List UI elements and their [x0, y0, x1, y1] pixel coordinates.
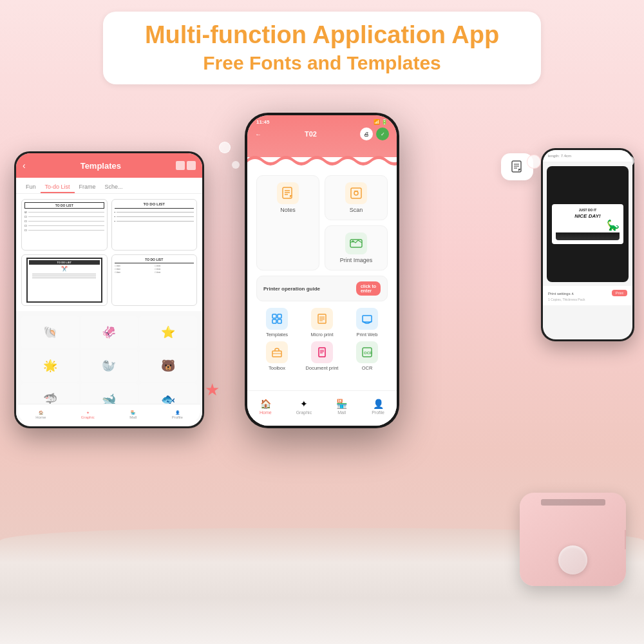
- print-preview-card: JUST DO IT NICE DAY! 🦕: [552, 204, 623, 244]
- sea-item-squid[interactable]: 🦑: [80, 316, 138, 348]
- tab-frame[interactable]: Frame: [75, 182, 100, 193]
- tab-fun[interactable]: Fun: [21, 182, 41, 193]
- tablet-title: Templates: [30, 161, 172, 171]
- check-icon-btn[interactable]: ✓: [376, 128, 389, 140]
- phone-header-row: ← T02 🖨 ✓: [247, 125, 397, 143]
- status-time: 11:45: [256, 119, 269, 125]
- guide-text: Printer operation guide: [263, 286, 320, 292]
- template-item-2[interactable]: TO DO LIST • • •: [111, 199, 198, 251]
- notes-badge-icon: [510, 160, 524, 174]
- svg-rect-6: [354, 191, 358, 191]
- print-dino-icon: 🦕: [556, 219, 620, 231]
- docprint-label: Document print: [306, 365, 339, 371]
- phone-profile-label: Profile: [372, 410, 384, 415]
- ocr-app[interactable]: OCR OCR: [346, 341, 388, 371]
- notes-app-item[interactable]: Notes: [256, 175, 319, 270]
- tab-todo[interactable]: To-do List: [41, 182, 75, 193]
- svg-rect-10: [278, 314, 281, 318]
- print-images-icon: [345, 232, 367, 254]
- deco-bubble-1: [219, 142, 231, 153]
- template-item-4[interactable]: TO DO LIST ☐ item ☐ item ☐ item ☐ item ☐…: [111, 254, 198, 306]
- phone-nav-home[interactable]: 🏠 Home: [260, 399, 272, 415]
- right-phone: length: 7.4cm JUST DO IT NICE DAY! 🦕 Pri…: [541, 148, 634, 341]
- microprint-icon: [311, 308, 333, 330]
- phone-nav-mall[interactable]: 🏪 Mall: [336, 399, 347, 415]
- paper-slot: [541, 499, 605, 506]
- deco-bubble-3: [527, 155, 541, 169]
- printer-main-button[interactable]: [558, 545, 587, 574]
- phone-mall-icon: 🏪: [336, 399, 347, 409]
- tablet-profile-label: Profile: [172, 415, 183, 419]
- svg-point-5: [354, 191, 358, 195]
- svg-rect-9: [272, 314, 276, 318]
- main-title: Multi-function Application App: [122, 21, 522, 50]
- phone-topbar: 11:45 📶 🔋 ← T02 🖨 ✓: [247, 115, 397, 157]
- scan-label: Scan: [350, 207, 363, 213]
- print-button[interactable]: Print: [612, 290, 627, 296]
- notes-svg: [281, 186, 295, 200]
- print-text-2: NICE DAY!: [556, 213, 620, 219]
- tablet-home-label: Home: [35, 415, 46, 419]
- phone-status-bar: 11:45 📶 🔋: [247, 115, 397, 125]
- device-back-icon[interactable]: ←: [255, 131, 261, 138]
- tab-schedule[interactable]: Sche...: [100, 182, 128, 193]
- phone-nav-profile[interactable]: 👤 Profile: [372, 399, 384, 415]
- cloud-decoration: [247, 149, 397, 169]
- template-item-3[interactable]: TO DO LIST ✂️: [21, 254, 108, 306]
- templates-svg: [271, 313, 283, 325]
- svg-rect-11: [272, 319, 276, 323]
- tablet-back-icon[interactable]: ‹: [23, 160, 26, 171]
- svg-text:OCR: OCR: [364, 351, 373, 355]
- tablet-nav-mall[interactable]: 🏪 Mall: [129, 410, 137, 419]
- sea-item-walrus[interactable]: 🦭: [80, 350, 138, 382]
- tablet-grid-buttons: [176, 161, 196, 170]
- scan-app-item[interactable]: Scan: [325, 175, 388, 220]
- right-phone-length: length: 7.4cm: [548, 154, 571, 158]
- tablet-frame: ‹ Templates Fun To-do List Frame Sche...: [14, 151, 204, 428]
- guide-button[interactable]: click toenter: [356, 281, 381, 296]
- sea-item-shell[interactable]: 🐚: [21, 316, 79, 348]
- tablet-nav-profile[interactable]: 👤 Profile: [172, 410, 183, 419]
- template-item-1[interactable]: TO DO LIST ☑ ☐ ☐ ☐ ☐: [21, 199, 108, 251]
- sea-item-sea-star[interactable]: 🌟: [21, 350, 79, 382]
- print-images-item[interactable]: Print Images: [325, 225, 388, 270]
- tablet-grid-btn-2[interactable]: [187, 161, 196, 170]
- right-phone-frame: length: 7.4cm JUST DO IT NICE DAY! 🦕 Pri…: [541, 148, 634, 341]
- printer-body: JUST DO IT NICE DAY! 🦕: [520, 493, 626, 586]
- printer-side-button[interactable]: [625, 530, 626, 549]
- printweb-icon: [356, 308, 378, 330]
- deco-bubble-2: [232, 161, 240, 169]
- phone-screen: 11:45 📶 🔋 ← T02 🖨 ✓: [247, 115, 397, 426]
- svg-rect-4: [351, 188, 361, 198]
- tablet-nav-graphic[interactable]: ✦ Graphic: [81, 410, 95, 419]
- printweb-app[interactable]: Print Web: [346, 308, 388, 337]
- ocr-svg: OCR: [361, 346, 373, 358]
- phone-graphic-label: Graphic: [296, 410, 312, 415]
- phone-mall-label: Mall: [337, 410, 346, 415]
- sea-item-bear[interactable]: 🐻: [139, 350, 197, 382]
- tablet-grid-btn-1[interactable]: [176, 161, 185, 170]
- tablet-nav-home[interactable]: 🏠 Home: [35, 410, 46, 419]
- print-icon-btn[interactable]: 🖨: [360, 128, 373, 140]
- bottom-app-grid: Templates Micro print: [256, 308, 388, 371]
- top-app-grid: Notes Scan: [256, 175, 388, 270]
- tablet-graphic-label: Graphic: [81, 415, 95, 419]
- templates-icon: [266, 308, 288, 330]
- scan-icon: [345, 182, 367, 204]
- docprint-icon: [311, 341, 333, 363]
- status-icons: 📶 🔋: [374, 119, 388, 125]
- toolbox-app[interactable]: Toolbox: [256, 341, 298, 371]
- phone-nav-graphic[interactable]: ✦ Graphic: [296, 399, 312, 415]
- docprint-app[interactable]: Document print: [301, 341, 343, 371]
- tablet-mall-label: Mall: [129, 415, 137, 419]
- printer-guide-bar[interactable]: Printer operation guide click toenter: [256, 276, 388, 301]
- templates-label: Templates: [266, 332, 288, 337]
- phone-frame: 11:45 📶 🔋 ← T02 🖨 ✓: [245, 113, 399, 428]
- sea-item-starfish[interactable]: ⭐: [139, 316, 197, 348]
- print-preview-area: JUST DO IT NICE DAY! 🦕: [547, 166, 629, 282]
- toolbox-svg: [271, 346, 283, 358]
- templates-app[interactable]: Templates: [256, 308, 298, 337]
- microprint-app[interactable]: Micro print: [301, 308, 343, 337]
- print-settings-label: Print settings ∧: [548, 291, 574, 296]
- printweb-label: Print Web: [357, 332, 378, 337]
